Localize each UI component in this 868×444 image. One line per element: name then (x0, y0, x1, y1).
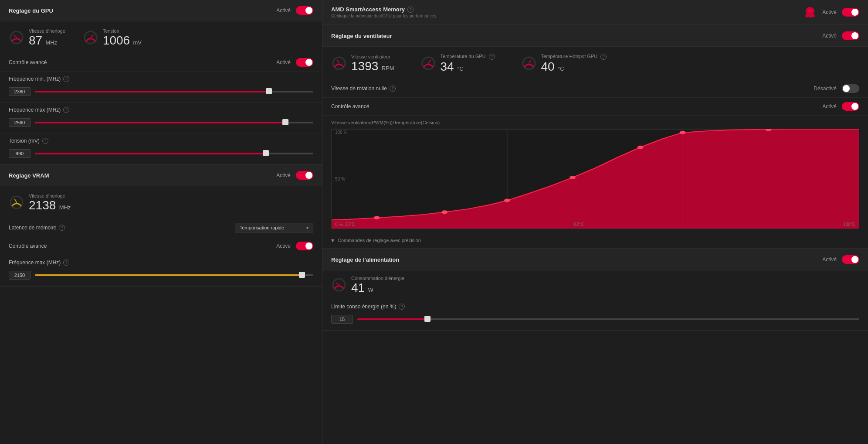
gpu-temp-help-icon[interactable]: ? (489, 54, 495, 60)
gpu-freq-min-value: 2380 (9, 87, 31, 96)
vram-freq-max-help-icon[interactable]: ? (63, 260, 69, 266)
gpu-advanced-status: Activé (276, 59, 291, 65)
precision-label: Commandes de réglage avec précision (338, 238, 421, 243)
vram-freq-max-thumb[interactable] (299, 272, 305, 278)
fan-zero-speed-toggle-track[interactable] (842, 84, 859, 93)
gpu-advanced-toggle[interactable] (296, 58, 313, 67)
vram-freq-max-track[interactable] (35, 274, 313, 276)
fan-advanced-toggle[interactable] (842, 102, 859, 111)
fan-toggle-knob (851, 32, 858, 39)
fan-section-header: Réglage du ventilateur Activé (322, 25, 868, 47)
vram-toggle[interactable] (296, 171, 313, 180)
amd-toggle-track[interactable] (842, 8, 859, 17)
gpu-tension-help-icon[interactable]: ? (42, 138, 48, 144)
svg-point-17 (504, 199, 510, 202)
power-toggle-track[interactable] (842, 255, 859, 264)
energy-reading: 41 W (351, 282, 404, 294)
gpu-temp-info: Température du GPU ? 34 °C (441, 54, 495, 73)
vram-clock-info: Vitesse d'horloge 2138 MHz (29, 193, 71, 212)
fan-section: Réglage du ventilateur Activé (322, 25, 868, 249)
gpu-freq-max-slider-row: 2560 (0, 115, 322, 133)
gpu-toggle[interactable] (296, 6, 313, 15)
vram-latency-dropdown[interactable]: Temporisation rapide ▾ (235, 223, 313, 232)
gpu-advanced-toggle-track[interactable] (296, 58, 313, 67)
left-panel: Réglage du GPU Activé (0, 0, 322, 444)
power-limit-help-icon[interactable]: ? (399, 304, 405, 310)
fan-advanced-status: Activé (822, 103, 837, 109)
fan-zero-speed-toggle[interactable] (842, 84, 859, 93)
power-metrics-row: Consommation d'énergie 41 W (322, 270, 868, 299)
hotspot-gauge-icon (521, 55, 537, 71)
gpu-header-right: Activé (276, 6, 313, 15)
svg-line-7 (337, 60, 339, 63)
gpu-toggle-knob (305, 7, 312, 14)
gpu-temp-label: Température du GPU ? (441, 54, 495, 60)
vram-section: Réglage VRAM Activé (0, 165, 322, 287)
fan-advanced-row: Contrôle avancé Activé (322, 98, 868, 116)
fan-toggle-track[interactable] (842, 31, 859, 40)
amd-title: AMD SmartAccess Memory (331, 6, 405, 13)
precision-controls[interactable]: ▾ Commandes de réglage avec précision (322, 229, 868, 249)
gpu-tension-track[interactable] (35, 153, 313, 154)
fan-metrics-row: Vitesse ventilateur 1393 RPM (322, 47, 868, 80)
power-limit-thumb[interactable] (424, 316, 431, 322)
fan-speed-info: Vitesse ventilateur 1393 RPM (351, 54, 394, 72)
fan-zero-speed-toggle-knob (843, 85, 850, 92)
gpu-freq-min-track[interactable] (35, 91, 313, 92)
amd-section: AMD SmartAccess Memory ? Débloque la mém… (322, 0, 868, 25)
gpu-freq-min-help-icon[interactable]: ? (63, 76, 69, 82)
gpu-temp-reading: 34 °C (441, 61, 495, 73)
vram-clock-metric: Vitesse d'horloge 2138 MHz (9, 193, 71, 212)
vram-toggle-track[interactable] (296, 171, 313, 180)
gpu-tension-thumb[interactable] (263, 150, 269, 156)
vram-clock-value: 2138 (29, 198, 56, 212)
gpu-freq-max-track[interactable] (35, 122, 313, 123)
amd-left-info: AMD SmartAccess Memory ? Débloque la mém… (331, 6, 436, 18)
gpu-freq-min-thumb[interactable] (266, 88, 272, 94)
fan-header-right: Activé (822, 31, 859, 40)
hotspot-help-icon[interactable]: ? (600, 54, 607, 60)
vram-section-header: Réglage VRAM Activé (0, 165, 322, 186)
fan-chart-area[interactable]: 100 % 50 % (331, 129, 859, 229)
gpu-tension-slider-container: 990 (9, 149, 313, 158)
fan-toggle[interactable] (842, 31, 859, 40)
gpu-temp-unit: °C (457, 65, 464, 72)
gpu-temp-value: 34 (441, 60, 454, 73)
vram-latency-help-icon[interactable]: ? (59, 225, 65, 231)
vram-latency-value: Temporisation rapide (240, 225, 284, 230)
vram-freq-max-value: 2150 (9, 271, 31, 280)
fan-advanced-toggle-track[interactable] (842, 102, 859, 111)
zero-speed-help-icon[interactable]: ? (390, 85, 396, 92)
power-limit-slider-container: 15 (331, 315, 859, 324)
vram-advanced-status: Activé (276, 243, 291, 249)
gpu-toggle-track[interactable] (296, 6, 313, 15)
gpu-freq-max-help-icon[interactable]: ? (63, 107, 69, 113)
power-section: Réglage de l'alimentation Activé (322, 249, 868, 331)
power-section-title: Réglage de l'alimentation (331, 256, 399, 263)
hotspot-info: Température Hotspot GPU ? 40 °C (541, 54, 607, 73)
vram-advanced-toggle[interactable] (296, 242, 313, 250)
vram-advanced-toggle-track[interactable] (296, 242, 313, 250)
gpu-freq-max-slider-container: 2560 (9, 118, 313, 127)
amd-toggle[interactable] (842, 8, 859, 17)
vram-latency-row: Latence de mémoire ? Temporisation rapid… (0, 219, 322, 237)
power-toggle-knob (851, 256, 858, 263)
gpu-freq-max-thumb[interactable] (282, 119, 288, 125)
power-limit-track[interactable] (357, 318, 859, 320)
amd-help-icon[interactable]: ? (407, 7, 414, 13)
gpu-clock-metric: Vitesse d'horloge 87 MHz (9, 28, 65, 47)
vram-clock-label: Vitesse d'horloge (29, 193, 71, 198)
fan-advanced-right: Activé (822, 102, 859, 111)
vram-advanced-right: Activé (276, 242, 313, 250)
fan-speed-metric: Vitesse ventilateur 1393 RPM (331, 54, 394, 73)
energy-gauge-icon (331, 277, 347, 293)
gpu-advanced-row: Contrôle avancé Activé (0, 54, 322, 72)
gpu-voltage-reading: 1006 mV (103, 34, 142, 47)
power-toggle[interactable] (842, 255, 859, 264)
svg-line-3 (91, 35, 93, 38)
chevron-down-icon: ▾ (306, 225, 309, 230)
gpu-clock-value: 87 (29, 34, 42, 47)
vram-freq-max-fill (35, 274, 302, 276)
fan-zero-speed-label: Vitesse de rotation nulle ? (331, 85, 396, 92)
vram-advanced-label: Contrôle avancé (9, 243, 47, 249)
